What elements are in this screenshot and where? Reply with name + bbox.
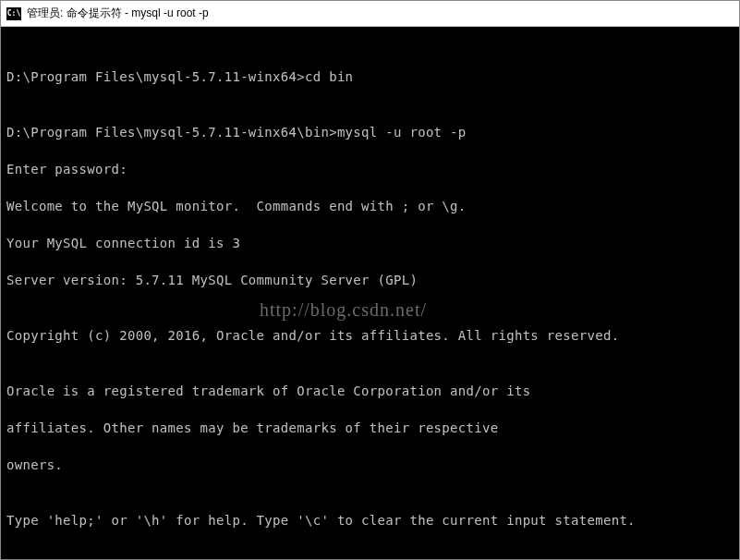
- terminal-line: Enter password:: [6, 160, 734, 178]
- terminal-line: Type 'help;' or '\h' for help. Type '\c'…: [6, 511, 734, 530]
- terminal-line: Welcome to the MySQL monitor. Commands e…: [6, 197, 734, 215]
- terminal-line: Your MySQL connection id is 3: [6, 234, 734, 252]
- terminal-line: D:\Program Files\mysql-5.7.11-winx64\bin…: [6, 123, 734, 141]
- terminal-line: Oracle is a registered trademark of Orac…: [6, 382, 734, 400]
- terminal-line: affiliates. Other names may be trademark…: [6, 419, 734, 437]
- command-prompt-window: C:\ 管理员: 命令提示符 - mysql -u root -p D:\Pro…: [0, 0, 740, 560]
- window-title: 管理员: 命令提示符 - mysql -u root -p: [27, 6, 734, 21]
- terminal-line: owners.: [6, 456, 734, 474]
- terminal-output[interactable]: D:\Program Files\mysql-5.7.11-winx64>cd …: [1, 27, 739, 559]
- terminal-line: Server version: 5.7.11 MySQL Community S…: [6, 271, 734, 289]
- terminal-line: D:\Program Files\mysql-5.7.11-winx64>cd …: [6, 67, 734, 86]
- watermark-text: http://blog.csdn.net/: [260, 300, 427, 319]
- terminal-icon: C:\: [6, 7, 21, 20]
- titlebar[interactable]: C:\ 管理员: 命令提示符 - mysql -u root -p: [1, 1, 739, 27]
- terminal-line: Copyright (c) 2000, 2016, Oracle and/or …: [6, 326, 734, 345]
